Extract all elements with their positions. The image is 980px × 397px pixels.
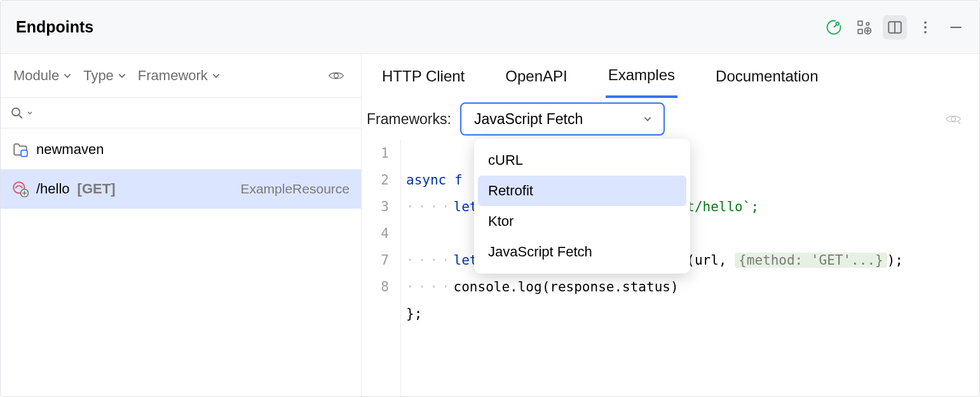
dropdown-item-curl[interactable]: cURL [478,145,686,176]
frameworks-dropdown: cURL Retrofit Ktor JavaScript Fetch [474,139,690,274]
filter-framework[interactable]: Framework [138,67,221,84]
line-number: 7 [362,247,389,274]
endpoint-method: [GET] [78,181,116,197]
title-actions [822,15,968,39]
tab-openapi[interactable]: OpenAPI [503,54,569,98]
code-token: ); [887,253,903,268]
show-from-libraries-icon[interactable] [324,64,348,88]
view-options-icon[interactable] [852,15,876,39]
endpoint-path: /hello [36,181,70,197]
frameworks-label: Frameworks: [365,111,451,128]
line-number: 4 [362,220,389,247]
svg-point-5 [866,22,869,25]
svg-point-16 [12,108,20,116]
panel-title: Endpoints [16,18,93,36]
filter-type[interactable]: Type [83,67,126,84]
line-number: 3 [362,193,389,220]
code-token: }; [406,306,422,321]
code-token: console.log(response.status) [454,279,679,295]
search-input[interactable] [1,98,361,129]
indent-guides: ···· [406,279,454,295]
tab-documentation[interactable]: Documentation [713,54,820,98]
show-details-icon[interactable] [883,15,907,39]
svg-line-17 [19,115,22,118]
frameworks-selected: JavaScript Fetch [474,111,583,128]
code-token: async [406,172,446,188]
more-icon[interactable] [913,15,937,39]
endpoint-resource: ExampleResource [240,181,350,197]
filter-module-label: Module [13,67,59,84]
dropdown-item-jsfetch[interactable]: JavaScript Fetch [478,237,686,267]
dropdown-item-retrofit[interactable]: Retrofit [478,176,686,206]
svg-rect-4 [858,29,862,34]
configure-openapi-icon[interactable] [822,15,846,39]
line-number: 1 [362,140,389,167]
tree-endpoint-row[interactable]: /hello [GET] ExampleResource [1,169,361,209]
filter-type-label: Type [83,67,114,84]
svg-point-12 [924,26,927,29]
filter-framework-label: Framework [138,67,208,84]
svg-point-1 [836,22,840,25]
svg-point-11 [924,21,927,24]
tree-project-row[interactable]: newmaven [1,130,361,169]
svg-point-15 [334,74,339,78]
svg-rect-3 [858,21,862,25]
line-number: 8 [362,274,389,300]
tab-examples[interactable]: Examples [606,54,677,98]
line-number: 2 [362,167,389,193]
tabs: HTTP Client OpenAPI Examples Documentati… [362,54,979,98]
inlay-hint: {method: 'GET'...} [735,253,887,268]
tree-project-label: newmaven [36,141,104,158]
indent-guides: ···· [406,199,454,214]
indent-guides: ···· [406,253,454,268]
code-token: st/hello`; [679,199,759,214]
dropdown-item-ktor[interactable]: Ktor [478,206,686,237]
show-preview-icon[interactable] [941,107,965,131]
svg-line-2 [834,25,836,27]
frameworks-select[interactable]: JavaScript Fetch [460,102,665,136]
filter-module[interactable]: Module [13,67,72,84]
code-token: f [454,172,463,188]
minimize-icon[interactable] [944,15,968,39]
tab-http-client[interactable]: HTTP Client [379,54,467,98]
svg-point-13 [924,31,927,33]
svg-rect-18 [21,150,27,157]
svg-point-23 [951,117,956,122]
gutter: 1 2 3 4 7 8 [362,140,401,396]
